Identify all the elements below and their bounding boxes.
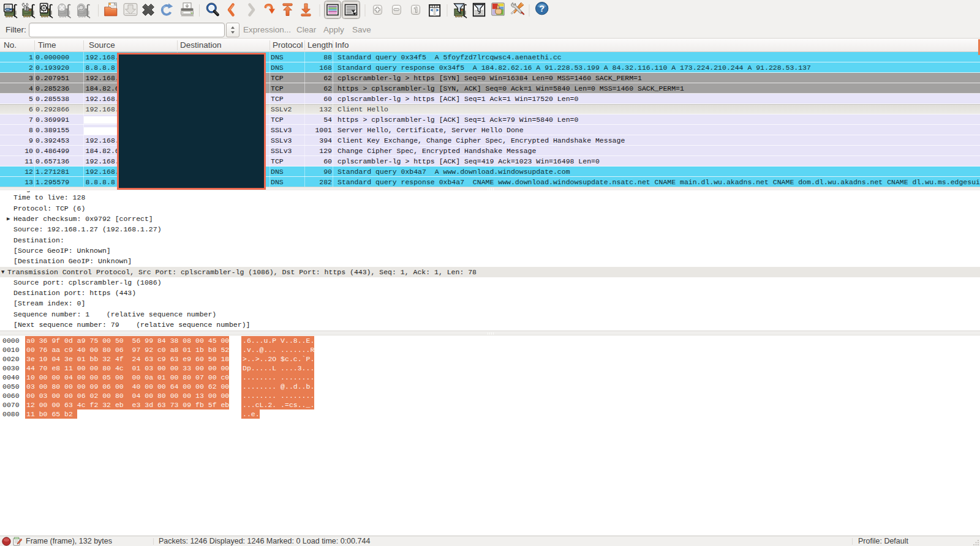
svg-text:?: ?: [539, 4, 545, 13]
